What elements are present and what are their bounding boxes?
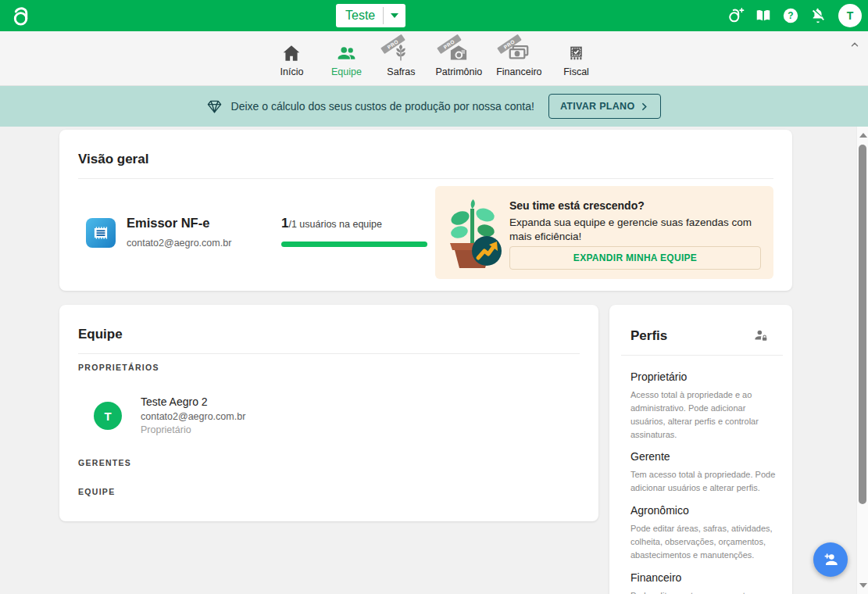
nav-tabs: Início Equipe PRO: [267, 31, 600, 77]
scrollbar-thumb[interactable]: [859, 145, 866, 504]
scroll-down-arrow[interactable]: [859, 583, 867, 588]
team-usage-progress-bar: [281, 242, 427, 247]
overview-card: Visão geral Emissor NF-e contato2@aegro.…: [59, 130, 792, 291]
topbar-icons: ? T: [727, 0, 862, 31]
svg-text:?: ?: [788, 10, 793, 21]
tab-label: Fiscal: [563, 66, 589, 77]
tab-label: Safras: [387, 66, 415, 77]
add-user-fab[interactable]: [813, 542, 848, 577]
activate-plan-button[interactable]: ATIVAR PLANO: [548, 94, 662, 119]
knowledge-book-icon[interactable]: [755, 7, 772, 24]
chevron-down-icon: [391, 13, 398, 18]
profile-agronomico: Agronômico Pode editar áreas, safras, at…: [630, 504, 776, 562]
section-gerentes: GERENTES: [78, 458, 131, 467]
invite-user-icon[interactable]: [727, 7, 745, 24]
users-suffix: /1 usuários na equipe: [288, 219, 382, 230]
profile-proprietario: Proprietário Acesso total à propriedade …: [630, 370, 776, 442]
promo-banner: Deixe o cálculo dos seus custos de produ…: [0, 86, 868, 127]
profile-name: Proprietário: [630, 370, 776, 383]
scroll-up-arrow[interactable]: [859, 133, 867, 138]
help-icon[interactable]: ?: [782, 7, 799, 24]
section-proprietarios: PROPRIETÁRIOS: [78, 363, 159, 372]
member-initial: T: [104, 410, 111, 423]
receipt-check-icon: [566, 43, 586, 63]
app-screen: Teste ?: [0, 0, 868, 594]
plan-name: Emissor NF-e: [127, 216, 209, 231]
member-avatar: T: [94, 402, 122, 430]
user-avatar[interactable]: T: [838, 4, 862, 27]
tab-label: Patrimônio: [435, 66, 482, 77]
overview-title: Visão geral: [78, 152, 148, 167]
tab-inicio[interactable]: Início: [267, 38, 316, 77]
activate-plan-label: ATIVAR PLANO: [560, 101, 635, 112]
tab-label: Equipe: [331, 66, 362, 77]
farm-selector-dropdown[interactable]: Teste: [336, 4, 405, 27]
team-card: Equipe PROPRIETÁRIOS T Teste Aegro 2 con…: [59, 305, 598, 521]
profile-description: Acesso total à propriedade e ao administ…: [630, 388, 776, 442]
profile-description: Tem acesso total à propriedade. Pode adi…: [630, 468, 776, 495]
profiles-card: Perfis Proprietário Acesso total à propr…: [609, 305, 792, 594]
team-member-row[interactable]: T Teste Aegro 2 contato2@aegro.com.br Pr…: [94, 395, 245, 435]
profile-financeiro: Financeiro Pode editar contas, pagamento…: [630, 571, 776, 594]
main-nav: Início Equipe PRO: [0, 31, 868, 86]
divider: [621, 355, 783, 356]
home-icon: [281, 43, 302, 63]
grow-team-promo: Seu time está crescendo? Expanda sua equ…: [435, 186, 773, 279]
farm-selector-label: Teste: [345, 9, 375, 23]
member-name: Teste Aegro 2: [141, 395, 245, 408]
aegro-logo-icon[interactable]: [11, 5, 32, 27]
chevron-right-icon: [639, 102, 649, 112]
avatar-initial: T: [847, 9, 854, 22]
top-app-bar: Teste ?: [0, 0, 868, 31]
profiles-title: Perfis: [630, 328, 667, 344]
tab-financeiro[interactable]: PRO Financeiro: [492, 38, 545, 77]
plan-email: contato2@aegro.com.br: [127, 238, 231, 249]
profile-gerente: Gerente Tem acesso total à propriedade. …: [630, 450, 776, 495]
tab-label: Início: [280, 66, 303, 77]
profile-name: Agronômico: [630, 504, 776, 517]
tab-label: Financeiro: [496, 66, 541, 77]
people-icon: [335, 43, 358, 63]
team-title: Equipe: [78, 327, 123, 342]
section-equipe: EQUIPE: [78, 487, 115, 496]
profile-description: Pode editar contas, pagamentos e recebim…: [630, 589, 776, 594]
diamond-icon: [207, 99, 222, 114]
selector-divider: [383, 7, 384, 24]
profile-name: Financeiro: [630, 571, 776, 584]
expand-team-button[interactable]: EXPANDIR MINHA EQUIPE: [509, 246, 761, 270]
manage-accounts-icon[interactable]: [753, 328, 769, 347]
nfe-plan-icon: [86, 218, 116, 248]
main-content: Visão geral Emissor NF-e contato2@aegro.…: [0, 127, 868, 594]
promo-text: Expanda sua equipe e gerencie suas fazen…: [509, 216, 775, 244]
team-usage: 1/1 usuários na equipe: [281, 216, 382, 231]
promo-title: Seu time está crescendo?: [509, 199, 645, 212]
plant-growth-illustration: [443, 196, 502, 269]
person-add-icon: [822, 551, 839, 568]
tab-safras[interactable]: PRO Safras: [377, 38, 425, 77]
member-email: contato2@aegro.com.br: [141, 411, 245, 422]
member-info: Teste Aegro 2 contato2@aegro.com.br Prop…: [141, 395, 245, 435]
profile-name: Gerente: [630, 450, 776, 463]
divider: [78, 178, 773, 179]
banner-text: Deixe o cálculo dos seus custos de produ…: [231, 100, 534, 113]
tab-fiscal[interactable]: Fiscal: [552, 38, 601, 77]
notifications-off-icon[interactable]: [809, 7, 827, 24]
collapse-nav-chevron-up-icon[interactable]: [849, 39, 860, 53]
divider: [78, 353, 580, 354]
member-role: Proprietário: [141, 424, 245, 435]
profile-description: Pode editar áreas, safras, atividades, c…: [630, 522, 776, 562]
vertical-scrollbar[interactable]: [856, 127, 868, 594]
tab-equipe[interactable]: Equipe: [322, 38, 370, 77]
tab-patrimonio[interactable]: PRO Patrimônio: [431, 38, 486, 77]
